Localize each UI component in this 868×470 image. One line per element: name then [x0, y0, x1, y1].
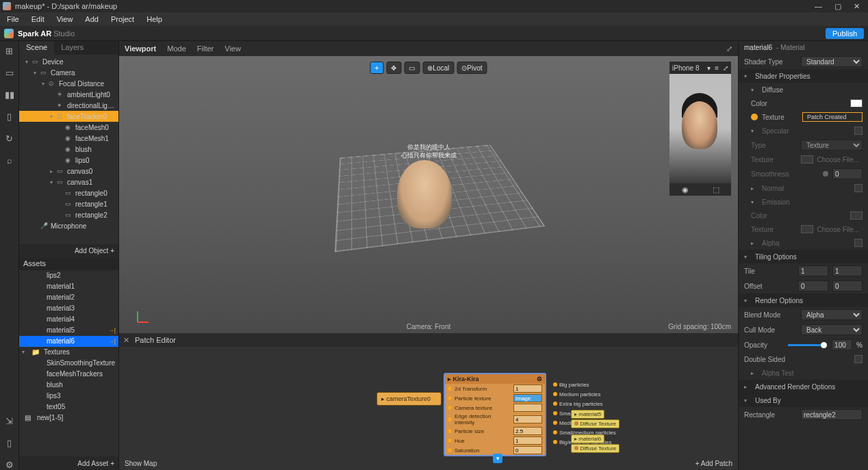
refresh-icon[interactable]: ↻: [4, 133, 15, 144]
asset-item-lips3[interactable]: lips3: [19, 391, 118, 402]
tile-x-input[interactable]: [798, 265, 828, 276]
pause-icon[interactable]: ▮▮: [4, 89, 15, 100]
spec-choose-file[interactable]: Choose File...: [817, 156, 863, 164]
scene-item-focal distance[interactable]: ▾⊙Focal Distance: [19, 78, 118, 89]
patch-chip-diffuse-texture[interactable]: Diffuse Texture: [571, 444, 620, 453]
asset-item-material5[interactable]: material5→|: [19, 325, 118, 336]
local-toggle[interactable]: ⊕ Local: [422, 62, 454, 74]
asset-item-textures[interactable]: ▾📁Textures: [19, 347, 118, 358]
viewport-3d[interactable]: 你是我的眼中人心情只有你帮我来成: [340, 112, 518, 263]
menu-view[interactable]: View: [51, 14, 79, 25]
patch-chip-material6[interactable]: ▸ material6: [571, 434, 604, 443]
record-icon[interactable]: ⬚: [713, 185, 719, 194]
smoothness-input[interactable]: [832, 168, 863, 179]
shader-properties-header[interactable]: Shader Properties: [755, 73, 810, 80]
scene-item-device[interactable]: ▾▭Device: [19, 56, 118, 67]
texture-patch-created[interactable]: Patch Created: [802, 112, 863, 122]
normal-header[interactable]: Normal: [762, 185, 850, 192]
scene-item-canvas0[interactable]: ▸▭canvas0: [19, 166, 118, 177]
view-menu[interactable]: View: [225, 44, 241, 53]
video-icon[interactable]: ▭: [4, 67, 15, 78]
diffuse-color-swatch[interactable]: [850, 99, 863, 107]
mobile-icon[interactable]: ▯: [4, 437, 15, 448]
patch-editor-canvas[interactable]: ▸ cameraTexture0 ▸ Kira-Kira⚙ 2d Transfo…: [119, 347, 738, 470]
search-icon[interactable]: ⌕: [4, 155, 15, 166]
kira-out-big-particles[interactable]: Big particles: [553, 380, 616, 389]
tab-scene[interactable]: Scene: [19, 41, 54, 55]
add-tool-button[interactable]: +: [370, 62, 384, 74]
scene-item-blush[interactable]: ◉blush: [19, 144, 118, 155]
node-settings-icon[interactable]: ⚙: [537, 376, 542, 382]
scene-item-facemesh0[interactable]: ◉faceMesh0: [19, 122, 118, 133]
kira-row-2d-transform[interactable]: 2d Transform: [445, 384, 545, 393]
patch-chip-material5[interactable]: ▸ material5: [571, 410, 604, 419]
emission-tex-swatch[interactable]: [801, 225, 813, 233]
preview-menu-icon[interactable]: ≡: [715, 64, 719, 72]
kira-row-particle-size[interactable]: Particle size: [445, 426, 545, 436]
specular-toggle[interactable]: [854, 127, 863, 135]
menu-file[interactable]: File: [1, 14, 25, 25]
kira-out-medium-particles[interactable]: Medium particles: [553, 389, 616, 399]
mode-menu[interactable]: Mode: [167, 44, 186, 53]
blend-select[interactable]: Alpha: [801, 309, 863, 320]
emission-color-swatch[interactable]: [850, 211, 863, 220]
filter-menu[interactable]: Filter: [197, 44, 214, 53]
move-tool-button[interactable]: ✥: [386, 62, 401, 74]
asset-item-skinsmoothingtexture[interactable]: SkinSmoothingTexture: [19, 358, 118, 369]
maximize-button[interactable]: ▢: [834, 2, 841, 11]
kira-row-camera-texture[interactable]: Camera texture: [445, 403, 545, 413]
kira-kira-node[interactable]: ▸ Kira-Kira⚙ 2d TransformParticle textur…: [444, 373, 546, 456]
scene-item-canvas1[interactable]: ▾▭canvas1: [19, 177, 118, 187]
offset-x-input[interactable]: [798, 280, 828, 291]
scene-item-rectangle1[interactable]: ▭rectangle1: [19, 198, 118, 209]
camera-texture-node[interactable]: ▸ cameraTexture0: [376, 392, 442, 406]
offset-y-input[interactable]: [832, 280, 863, 291]
used-by-value[interactable]: [801, 409, 863, 420]
asset-item-facemeshtrackers[interactable]: faceMeshTrackers: [19, 369, 118, 380]
scene-item-directionallight0[interactable]: ✦directionalLight0: [19, 100, 118, 111]
asset-item-text05[interactable]: text05: [19, 402, 118, 413]
frame-tool-button[interactable]: ▭: [404, 62, 420, 74]
kira-row-hue[interactable]: Hue: [445, 436, 545, 445]
opacity-slider[interactable]: [788, 344, 825, 346]
add-object-button[interactable]: Add Object +: [19, 244, 118, 258]
add-patch-button[interactable]: + Add Patch: [695, 460, 732, 467]
viewport-tab[interactable]: Viewport: [125, 44, 156, 53]
scene-item-microphone[interactable]: 🎤Microphone: [19, 220, 118, 231]
menu-edit[interactable]: Edit: [26, 14, 50, 25]
export-icon[interactable]: ⇲: [4, 415, 15, 426]
kira-row-particle-texture[interactable]: Particle texture: [445, 393, 545, 403]
render-header[interactable]: Render Options: [755, 297, 803, 304]
close-patch-editor[interactable]: ✕: [123, 336, 129, 345]
spec-type-select[interactable]: Texture: [801, 140, 863, 151]
diffuse-header[interactable]: Diffuse: [762, 86, 863, 94]
preview-device[interactable]: iPhone 8: [672, 64, 699, 72]
emission-choose-file[interactable]: Choose File...: [817, 226, 863, 233]
scene-item-facetracker0[interactable]: ▾⊡faceTracker0→|: [19, 111, 118, 122]
tiling-header[interactable]: Tiling Options: [755, 253, 797, 261]
asset-item-blush[interactable]: blush: [19, 380, 118, 391]
advanced-render-header[interactable]: Advanced Render Options: [755, 383, 835, 391]
tile-y-input[interactable]: [832, 265, 863, 276]
scene-item-ambientlight0[interactable]: ☀ambientLight0: [19, 89, 118, 100]
kira-out-extra-big-particles[interactable]: Extra big particles: [553, 399, 616, 408]
menu-project[interactable]: Project: [105, 14, 140, 25]
asset-item-material4[interactable]: material4: [19, 314, 118, 325]
used-by-header[interactable]: Used By: [755, 397, 781, 404]
scene-item-rectangle2[interactable]: ▭rectangle2: [19, 209, 118, 220]
spec-texture-swatch[interactable]: [801, 155, 813, 164]
double-sided-toggle[interactable]: [854, 355, 863, 363]
kira-row-edge-detection-intensity[interactable]: Edge detection intensity: [445, 413, 545, 426]
preview-chevron-icon[interactable]: ▾: [707, 64, 711, 72]
pivot-toggle[interactable]: ⊙ Pivot: [457, 62, 487, 74]
preview-popout-icon[interactable]: ⤢: [723, 64, 728, 72]
asset-item-lips2[interactable]: lips2: [19, 270, 118, 281]
menu-add[interactable]: Add: [79, 14, 104, 25]
scene-item-facemesh1[interactable]: ◉faceMesh1: [19, 133, 118, 144]
emission-header[interactable]: Emission: [762, 198, 863, 206]
layout-icon[interactable]: ⊞: [4, 45, 15, 56]
show-map-button[interactable]: Show Map: [125, 460, 157, 467]
publish-button[interactable]: Publish: [826, 28, 864, 39]
specular-header[interactable]: Specular: [762, 127, 850, 135]
scene-item-camera[interactable]: ▾▭Camera: [19, 67, 118, 78]
